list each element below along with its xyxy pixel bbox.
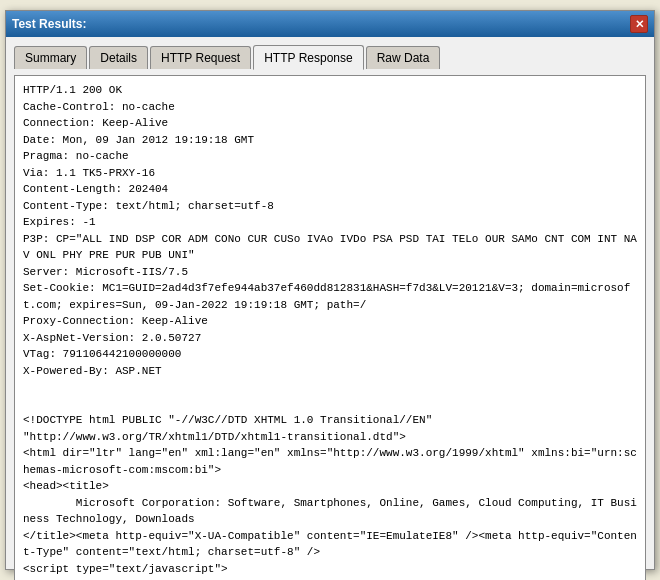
- tab-http-request[interactable]: HTTP Request: [150, 46, 251, 69]
- tab-summary[interactable]: Summary: [14, 46, 87, 69]
- response-content[interactable]: HTTP/1.1 200 OK Cache-Control: no-cache …: [15, 76, 645, 580]
- window-close-button[interactable]: ✕: [630, 15, 648, 33]
- title-bar: Test Results: ✕: [6, 11, 654, 37]
- tab-details[interactable]: Details: [89, 46, 148, 69]
- tab-raw-data[interactable]: Raw Data: [366, 46, 441, 69]
- window-body: Summary Details HTTP Request HTTP Respon…: [6, 37, 654, 580]
- test-results-window: Test Results: ✕ Summary Details HTTP Req…: [5, 10, 655, 570]
- tab-http-response[interactable]: HTTP Response: [253, 45, 363, 70]
- content-area: HTTP/1.1 200 OK Cache-Control: no-cache …: [14, 75, 646, 580]
- window-title: Test Results:: [12, 17, 86, 31]
- tab-bar: Summary Details HTTP Request HTTP Respon…: [14, 45, 646, 69]
